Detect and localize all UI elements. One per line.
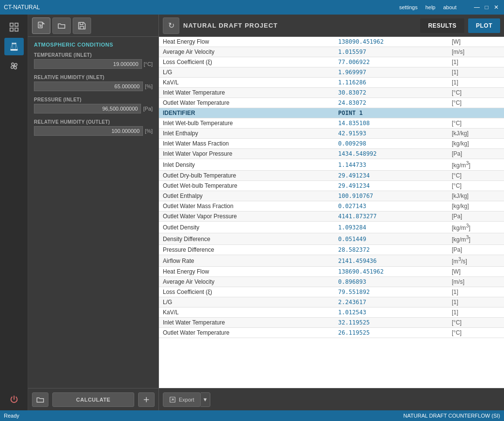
- menu-about[interactable]: about: [440, 3, 459, 11]
- right-panel: ↻ NATURAL DRAFT PROJECT RESULTS PLOT Hea…: [159, 15, 504, 410]
- row-value: 2141.459436: [334, 255, 448, 267]
- minimize-button[interactable]: —: [473, 3, 481, 11]
- table-row: Pressure Difference 28.582372 [Pa]: [159, 245, 504, 255]
- identifier-cell: IDENTIFIER: [159, 108, 334, 118]
- row-unit: [1]: [448, 78, 504, 88]
- folder-button[interactable]: [32, 392, 48, 407]
- row-name: Airflow Rate: [159, 255, 334, 267]
- temperature-input[interactable]: [34, 59, 142, 69]
- row-value: 0.051449: [334, 233, 448, 245]
- export-dropdown-button[interactable]: ▾: [201, 392, 210, 407]
- table-row: Outlet Water Vapor Pressure 4141.873277 …: [159, 211, 504, 222]
- row-name: Inlet Water Temperature: [159, 318, 334, 328]
- row-value: 100.910767: [334, 191, 448, 201]
- sidebar-icon-cooling-tower[interactable]: [4, 38, 24, 55]
- svg-rect-1: [15, 23, 17, 26]
- row-unit: [°C]: [448, 181, 504, 191]
- sidebar-icon-grid[interactable]: [4, 18, 24, 36]
- right-bottom-bar: Export ▾: [159, 388, 504, 410]
- row-unit: [Pa]: [448, 211, 504, 222]
- table-row: Loss Coefficient (ξ) 79.551892 [1]: [159, 287, 504, 297]
- export-button[interactable]: Export: [163, 392, 201, 407]
- close-button[interactable]: ✕: [492, 3, 500, 11]
- row-value: 4141.873277: [334, 211, 448, 222]
- save-button[interactable]: [73, 17, 91, 34]
- row-name: Average Air Velocity: [159, 277, 334, 287]
- row-value: 42.91593: [334, 129, 448, 139]
- rel-humidity-outlet-input[interactable]: [34, 126, 143, 136]
- sidebar-icon-power[interactable]: [4, 393, 24, 410]
- table-row: Inlet Water Temperature 32.119525 [°C]: [159, 318, 504, 328]
- row-value: 1.012543: [334, 308, 448, 318]
- menu-help[interactable]: help: [423, 3, 439, 11]
- new-button[interactable]: [32, 17, 50, 34]
- row-unit: [m3/s]: [448, 255, 504, 267]
- table-row: Outlet Enthalpy 100.910767 [kJ/kg]: [159, 191, 504, 201]
- row-value: 1.969997: [334, 67, 448, 78]
- table-row: Inlet Density 1.144733 [kg/m3]: [159, 159, 504, 171]
- temperature-field-group: TEMPERATURE (INLET) [°C]: [34, 52, 153, 69]
- table-row: Outlet Density 1.093284 [kg/m3]: [159, 222, 504, 233]
- window-controls: settings help about — □ ✕: [396, 3, 500, 11]
- add-button[interactable]: [138, 392, 155, 407]
- svg-rect-3: [15, 28, 17, 31]
- svg-point-5: [13, 65, 15, 67]
- project-type: NATURAL DRAFT COUNTERFLOW (SI): [403, 413, 500, 419]
- title-bar: CT-NATURAL settings help about — □ ✕: [0, 0, 504, 15]
- row-value: 79.551892: [334, 287, 448, 297]
- row-name: Density Difference: [159, 233, 334, 245]
- row-value: 24.83072: [334, 98, 448, 108]
- row-name: Outlet Dry-bulb Temperature: [159, 171, 334, 181]
- row-value: 138090.451962: [334, 37, 448, 47]
- results-tab[interactable]: RESULTS: [420, 18, 464, 33]
- row-unit: [kg/m3]: [448, 233, 504, 245]
- results-table-container[interactable]: Heat Energy Flow 138090.451962 [W] Avera…: [159, 37, 504, 388]
- calculate-button[interactable]: CALCULATE: [52, 392, 134, 407]
- row-unit: [°C]: [448, 171, 504, 181]
- row-name: Outlet Enthalpy: [159, 191, 334, 201]
- row-value: 1434.548992: [334, 149, 448, 159]
- menu-settings[interactable]: settings: [396, 3, 421, 11]
- row-name: Loss Coefficient (ξ): [159, 57, 334, 67]
- row-name: Inlet Density: [159, 159, 334, 171]
- atmospheric-conditions: ATMOSPHERIC CONDITIONS TEMPERATURE (INLE…: [28, 37, 158, 388]
- row-unit: [kg/kg]: [448, 139, 504, 149]
- rel-humidity-inlet-field-group: RELATIVE HUMIDITY (INLET) [%]: [34, 75, 153, 91]
- maximize-button[interactable]: □: [483, 3, 490, 11]
- table-row: Inlet Wet-bulb Temperature 14.835108 [°C…: [159, 118, 504, 129]
- row-unit: [°C]: [448, 318, 504, 328]
- row-name: Outlet Water Mass Fraction: [159, 201, 334, 211]
- plot-tab[interactable]: PLOT: [468, 18, 500, 33]
- app-title: CT-NATURAL: [4, 4, 40, 11]
- row-name: Inlet Enthalpy: [159, 129, 334, 139]
- table-row: Airflow Rate 2141.459436 [m3/s]: [159, 255, 504, 267]
- table-row: Outlet Water Mass Fraction 0.027143 [kg/…: [159, 201, 504, 211]
- open-button[interactable]: [52, 17, 71, 34]
- results-table: Heat Energy Flow 138090.451962 [W] Avera…: [159, 37, 504, 338]
- row-value: 30.83072: [334, 88, 448, 98]
- rel-humidity-inlet-input[interactable]: [34, 81, 143, 91]
- table-row: Outlet Dry-bulb Temperature 29.491234 [°…: [159, 171, 504, 181]
- sidebar-icon-fan[interactable]: [4, 57, 24, 75]
- table-row: KaV/L 1.012543 [1]: [159, 308, 504, 318]
- left-panel: ATMOSPHERIC CONDITIONS TEMPERATURE (INLE…: [28, 15, 159, 410]
- status-bar: Ready NATURAL DRAFT COUNTERFLOW (SI): [0, 410, 504, 421]
- row-name: Heat Energy Flow: [159, 37, 334, 47]
- row-value: 32.119525: [334, 318, 448, 328]
- row-name: L/G: [159, 67, 334, 78]
- rel-humidity-inlet-label: RELATIVE HUMIDITY (INLET): [34, 75, 153, 80]
- project-title: NATURAL DRAFT PROJECT: [183, 22, 416, 29]
- pressure-input[interactable]: [34, 104, 141, 113]
- right-toolbar: ↻ NATURAL DRAFT PROJECT RESULTS PLOT: [159, 15, 504, 37]
- row-value: 29.491234: [334, 181, 448, 191]
- refresh-button[interactable]: ↻: [163, 17, 179, 34]
- row-unit: [kJ/kg]: [448, 129, 504, 139]
- row-value: 28.582372: [334, 245, 448, 255]
- row-name: Outlet Density: [159, 222, 334, 233]
- row-unit: [°C]: [448, 118, 504, 129]
- rel-humidity-outlet-unit: [%]: [145, 128, 153, 134]
- row-name: Pressure Difference: [159, 245, 334, 255]
- table-row: Outlet Wet-bulb Temperature 29.491234 [°…: [159, 181, 504, 191]
- rel-humidity-outlet-label: RELATIVE HUMIDITY (OUTLET): [34, 119, 153, 125]
- row-unit: [1]: [448, 297, 504, 308]
